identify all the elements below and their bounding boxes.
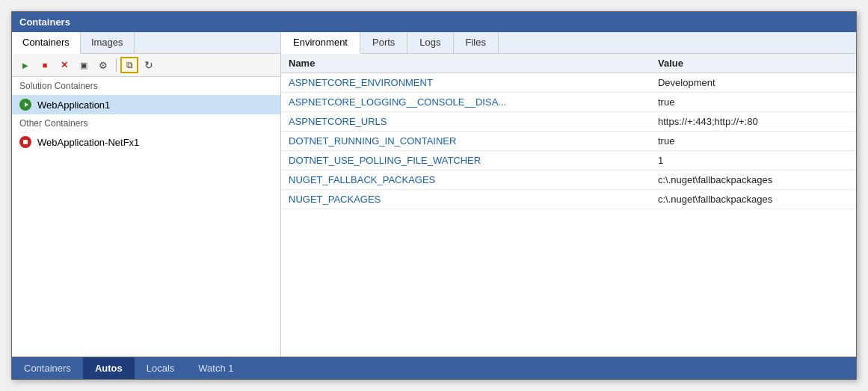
table-row: DOTNET_RUNNING_IN_CONTAINERtrue [281, 132, 856, 151]
col-header-name: Name [281, 54, 650, 73]
solution-containers-header: Solution Containers [12, 77, 280, 95]
running-icon [19, 99, 31, 111]
other-containers-header: Other Containers [12, 114, 280, 132]
env-value-cell: c:\.nuget\fallbackpackages [650, 190, 856, 209]
table-row: NUGET_FALLBACK_PACKAGESc:\.nuget\fallbac… [281, 170, 856, 190]
tab-environment[interactable]: Environment [281, 32, 360, 54]
env-value-cell: c:\.nuget\fallbackpackages [650, 170, 856, 190]
env-name-cell: DOTNET_USE_POLLING_FILE_WATCHER [281, 151, 650, 170]
env-name-cell: DOTNET_RUNNING_IN_CONTAINER [281, 132, 650, 151]
left-tabs-row: Containers Images [12, 32, 280, 54]
table-row: ASPNETCORE_URLShttps://+:443;http://+:80 [281, 112, 856, 132]
table-row: ASPNETCORE_LOGGING__CONSOLE__DISA...true [281, 93, 856, 112]
tab-ports[interactable]: Ports [360, 32, 407, 53]
table-row: DOTNET_USE_POLLING_FILE_WATCHER1 [281, 151, 856, 170]
env-value-cell: 1 [650, 151, 856, 170]
right-tabs-row: Environment Ports Logs Files [281, 32, 856, 54]
table-row: NUGET_PACKAGESc:\.nuget\fallbackpackages [281, 190, 856, 209]
env-value-cell: true [650, 93, 856, 112]
right-panel: Environment Ports Logs Files Name [281, 32, 856, 357]
env-value-cell: https://+:443;http://+:80 [650, 112, 856, 132]
containers-section: Solution Containers WebApplication1 Othe… [12, 77, 280, 357]
container-item-webapplication-netfx1[interactable]: WebApplication-NetFx1 [12, 132, 280, 152]
container-name-webapplication-netfx1: WebApplication-NetFx1 [37, 137, 139, 148]
bottom-tab-locals[interactable]: Locals [135, 357, 187, 379]
delete-button[interactable]: ✕ [55, 57, 73, 73]
stopped-icon [19, 136, 31, 148]
main-content: Containers Images ▶ ■ ✕ ▣ ⚙ ⧉ ↻ Solution… [12, 32, 856, 357]
bottom-tabs: Containers Autos Locals Watch 1 [12, 357, 856, 379]
terminal-button[interactable]: ▣ [75, 57, 93, 73]
tab-logs[interactable]: Logs [407, 32, 453, 53]
left-panel: Containers Images ▶ ■ ✕ ▣ ⚙ ⧉ ↻ Solution… [12, 32, 281, 357]
env-name-cell: NUGET_FALLBACK_PACKAGES [281, 170, 650, 190]
stop-button[interactable]: ■ [36, 57, 54, 73]
env-value-cell: true [650, 132, 856, 151]
tab-containers[interactable]: Containers [12, 32, 81, 54]
container-item-webapplication1[interactable]: WebApplication1 [12, 95, 280, 114]
env-name-cell: ASPNETCORE_ENVIRONMENT [281, 73, 650, 93]
bottom-tab-autos[interactable]: Autos [83, 357, 135, 379]
container-name-webapplication1: WebApplication1 [37, 99, 110, 111]
main-window: Containers Containers Images ▶ ■ ✕ ▣ ⚙ [11, 11, 857, 380]
tab-images[interactable]: Images [81, 32, 135, 53]
table-row: ASPNETCORE_ENVIRONMENTDevelopment [281, 73, 856, 93]
env-name-cell: ASPNETCORE_URLS [281, 112, 650, 132]
env-value-cell: Development [650, 73, 856, 93]
environment-table: Name Value ASPNETCORE_ENVIRONMENTDevelop… [281, 54, 856, 209]
env-name-cell: NUGET_PACKAGES [281, 190, 650, 209]
toolbar-separator [116, 58, 117, 72]
environment-table-container: Name Value ASPNETCORE_ENVIRONMENTDevelop… [281, 54, 856, 357]
bottom-tab-containers[interactable]: Containers [12, 357, 83, 379]
refresh-button[interactable]: ↻ [140, 57, 158, 73]
bottom-tab-watch1[interactable]: Watch 1 [186, 357, 245, 379]
settings-button[interactable]: ⚙ [94, 57, 112, 73]
copy-button[interactable]: ⧉ [120, 57, 138, 73]
window-title: Containers [19, 16, 70, 28]
col-header-value: Value [650, 54, 856, 73]
tab-files[interactable]: Files [454, 32, 499, 53]
title-bar: Containers [12, 12, 856, 32]
toolbar: ▶ ■ ✕ ▣ ⚙ ⧉ ↻ [12, 54, 280, 77]
start-button[interactable]: ▶ [16, 57, 34, 73]
env-name-cell: ASPNETCORE_LOGGING__CONSOLE__DISA... [281, 93, 650, 112]
